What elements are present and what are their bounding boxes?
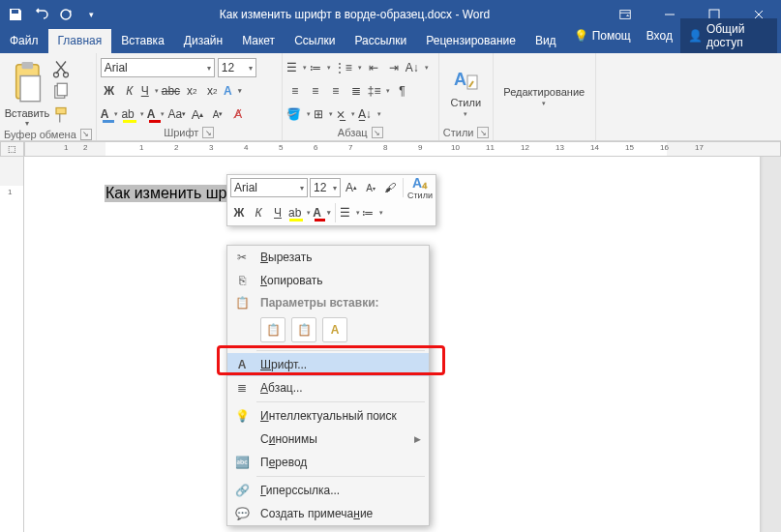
ctx-font[interactable]: A Шрифт... xyxy=(227,353,429,376)
paste-button[interactable]: Вставить ▾ xyxy=(5,59,50,128)
ctx-cut[interactable]: ✂ Вырезать xyxy=(227,246,429,269)
undo-button[interactable] xyxy=(29,3,52,26)
ctx-hyperlink[interactable]: 🔗 Гиперссылка... xyxy=(227,479,429,502)
mini-numbering[interactable]: ≔ xyxy=(362,203,383,222)
styles-dialog-launcher[interactable]: ↘ xyxy=(477,127,488,138)
ctx-translate[interactable]: 🔤 Перевод xyxy=(227,451,429,474)
save-button[interactable] xyxy=(4,3,27,26)
paragraph-dialog-launcher[interactable]: ↘ xyxy=(372,127,383,138)
multilevel-button[interactable]: ⋮≡ xyxy=(334,58,362,77)
tab-layout[interactable]: Макет xyxy=(232,29,285,53)
tab-insert[interactable]: Вставка xyxy=(111,29,174,53)
person-icon: 👤 xyxy=(688,29,703,43)
ctx-copy[interactable]: ⎘ Копировать xyxy=(227,269,429,292)
group-clipboard: Вставить ▾ Буфер обмена↘ xyxy=(0,53,97,140)
svg-rect-9 xyxy=(57,83,67,96)
copy-icon: ⎘ xyxy=(233,272,251,289)
group-editing: Редактирование ▾ xyxy=(494,53,596,140)
svg-rect-10 xyxy=(56,108,66,114)
svg-text:A: A xyxy=(454,70,466,89)
font-fill-button[interactable]: A xyxy=(147,104,165,124)
borders-button[interactable]: ⊞ xyxy=(314,104,333,124)
paste-merge[interactable]: 📋 xyxy=(291,317,316,342)
editing-button[interactable]: Редактирование ▾ xyxy=(497,86,590,107)
svg-rect-4 xyxy=(21,62,33,69)
tab-references[interactable]: Ссылки xyxy=(285,29,345,53)
ctx-paragraph[interactable]: ≣ Абзац... xyxy=(227,376,429,399)
tab-design[interactable]: Дизайн xyxy=(174,29,232,53)
mini-font-color[interactable]: A xyxy=(313,203,331,222)
tab-view[interactable]: Вид xyxy=(526,29,566,53)
bullets-button[interactable]: ☰ xyxy=(286,58,307,77)
mini-font-name[interactable]: Arial▾ xyxy=(230,178,308,197)
ctx-synonyms[interactable]: Синонимы ▶ xyxy=(227,428,429,451)
tab-home[interactable]: Главная xyxy=(48,29,112,53)
para-other-button[interactable]: A̲↓ xyxy=(358,104,381,124)
bold-button[interactable]: Ж xyxy=(101,81,118,101)
paste-keep-source[interactable]: 📋 xyxy=(260,317,285,342)
mini-styles[interactable]: A₄Стили xyxy=(407,178,433,197)
ctx-smart-lookup[interactable]: 💡 Интеллектуальный поиск xyxy=(227,404,429,428)
redo-button[interactable] xyxy=(54,3,77,26)
tab-mailings[interactable]: Рассылки xyxy=(345,29,416,53)
mini-highlight[interactable]: ab xyxy=(288,203,311,222)
share-button[interactable]: 👤Общий доступ xyxy=(680,18,777,53)
clipboard-dialog-launcher[interactable]: ↘ xyxy=(80,129,92,140)
decrease-indent-button[interactable]: ⇤ xyxy=(365,58,382,77)
grow-font-button[interactable]: A▴ xyxy=(189,104,206,124)
shading-button[interactable]: 🪣 xyxy=(286,104,311,124)
mini-shrink-font[interactable]: A▾ xyxy=(362,178,379,197)
cut-button[interactable] xyxy=(51,59,71,78)
text-effects-button[interactable]: A xyxy=(224,81,242,101)
sort-button[interactable]: A↓ xyxy=(406,58,429,77)
ctx-new-comment[interactable]: 💬 Создать примечание xyxy=(227,502,429,525)
tell-me[interactable]: 💡Помощ xyxy=(566,25,639,46)
align-right-button[interactable]: ≡ xyxy=(327,81,345,101)
line-spacing-button[interactable]: ‡≡ xyxy=(368,81,391,101)
highlight-button[interactable]: ab xyxy=(121,104,143,124)
sign-in[interactable]: Вход xyxy=(639,25,680,46)
styles-button[interactable]: A Стили ▾ xyxy=(443,64,489,118)
paragraph-icon: ≣ xyxy=(233,379,251,397)
qat-customize[interactable]: ▾ xyxy=(79,3,103,26)
font-dialog-launcher[interactable]: ↘ xyxy=(202,127,214,138)
align-left-button[interactable]: ≡ xyxy=(286,81,304,101)
group-styles: A Стили ▾ Стили↘ xyxy=(439,53,494,140)
context-menu: ✂ Вырезать ⎘ Копировать 📋 Параметры вста… xyxy=(226,245,430,526)
copy-button[interactable] xyxy=(51,82,71,102)
justify-button[interactable]: ≣ xyxy=(347,81,365,101)
align-center-button[interactable]: ≡ xyxy=(307,81,324,101)
mini-underline[interactable]: Ч xyxy=(269,203,286,222)
font-name-combo[interactable]: Arial▾ xyxy=(101,58,215,77)
ribbon: Вставить ▾ Буфер обмена↘ Arial▾ 12▾ Ж К … xyxy=(0,53,781,141)
ruler-corner[interactable]: ⬚ xyxy=(0,141,24,157)
mini-font-size[interactable]: 12▾ xyxy=(310,178,341,197)
format-painter-button[interactable] xyxy=(51,105,71,125)
quick-access-toolbar: ▾ xyxy=(0,3,106,26)
mini-grow-font[interactable]: A▴ xyxy=(343,178,360,197)
show-marks-button[interactable]: ¶ xyxy=(393,81,410,101)
paste-text-only[interactable]: A xyxy=(322,317,347,342)
ruler-horizontal[interactable]: ⬚ 1 2 1 2 3 4 5 6 7 8 9 10 11 12 13 14 1… xyxy=(0,141,781,157)
mini-bold[interactable]: Ж xyxy=(230,203,248,222)
mini-italic[interactable]: К xyxy=(250,203,267,222)
increase-indent-button[interactable]: ⇥ xyxy=(385,58,403,77)
clear-formatting-button[interactable]: A̸ xyxy=(229,104,247,124)
numbering-button[interactable]: ≔ xyxy=(310,58,331,77)
italic-button[interactable]: К xyxy=(121,81,138,101)
shrink-font-button[interactable]: A▾ xyxy=(209,104,226,124)
chevron-right-icon: ▶ xyxy=(414,434,421,444)
font-size-combo[interactable]: 12▾ xyxy=(218,58,256,77)
strikethrough-button[interactable]: abc xyxy=(162,81,180,101)
mini-format-painter[interactable]: 🖌 xyxy=(381,178,399,197)
subscript-button[interactable]: x2 xyxy=(183,81,200,101)
font-color-button[interactable]: A xyxy=(101,104,119,124)
ruler-vertical[interactable]: 1 xyxy=(0,157,24,532)
superscript-button[interactable]: x2 xyxy=(203,81,221,101)
mini-bullets[interactable]: ☰ xyxy=(340,203,360,222)
tab-review[interactable]: Рецензирование xyxy=(416,29,526,53)
tab-file[interactable]: Файл xyxy=(0,29,48,53)
underline-button[interactable]: Ч xyxy=(141,81,159,101)
para-sort-button[interactable]: ⨯̲ xyxy=(336,104,355,124)
change-case-button[interactable]: Aa▾ xyxy=(167,104,186,124)
